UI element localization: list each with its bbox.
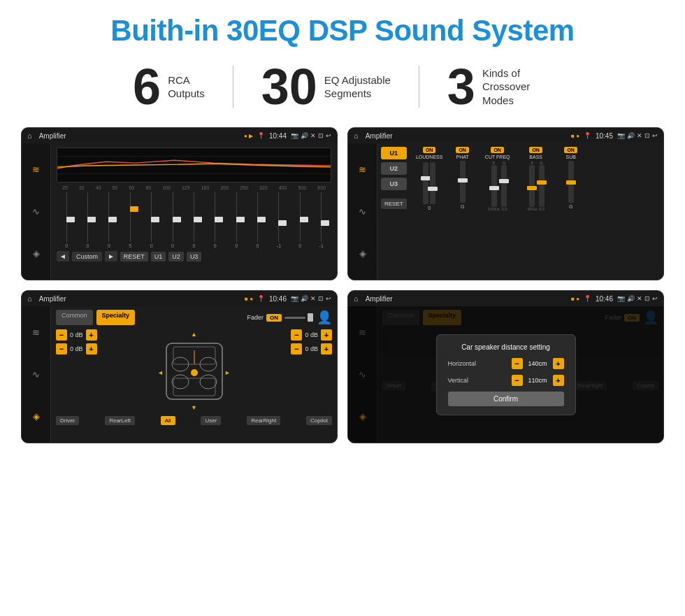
right-top-plus[interactable]: + — [321, 329, 332, 341]
loudness-on[interactable]: ON — [423, 147, 436, 153]
crossover-home-icon[interactable]: ⌂ — [354, 131, 359, 140]
bass-slider-f[interactable] — [529, 165, 535, 207]
horizontal-plus[interactable]: + — [553, 358, 564, 369]
vertical-label: Vertical — [448, 377, 469, 384]
speaker-back-icon[interactable]: ↩ — [326, 295, 331, 302]
common-btn[interactable]: Common — [56, 310, 93, 325]
eq-u3-btn[interactable]: U3 — [187, 252, 202, 262]
specialty-btn[interactable]: Specialty — [96, 310, 136, 325]
eq-slider-10[interactable]: 0 — [252, 192, 264, 248]
vertical-minus[interactable]: − — [512, 375, 523, 386]
crossover-back-icon[interactable]: ↩ — [652, 132, 658, 139]
left-top-plus[interactable]: + — [86, 329, 97, 341]
confirm-button[interactable]: Confirm — [448, 392, 564, 406]
dialog-dots: ■ ● — [571, 296, 579, 302]
horizontal-stepper: − 140cm + — [512, 358, 564, 369]
bass-slider-g[interactable] — [539, 165, 545, 207]
eq-u1-btn[interactable]: U1 — [151, 252, 166, 262]
home-icon[interactable]: ⌂ — [27, 131, 32, 140]
sp-eq-icon[interactable]: ≋ — [32, 327, 40, 338]
phat-slider[interactable] — [460, 161, 466, 203]
eq-status-dots: ● ▶ — [244, 133, 253, 139]
fader-on-badge[interactable]: ON — [266, 314, 282, 322]
crossover-screen: ⌂ Amplifier ■ ● 📍 10:45 📷 🔊 ✕ ⊡ ↩ ≋ ∿ ◈ — [347, 127, 664, 280]
left-bottom-minus[interactable]: − — [56, 343, 67, 354]
stat-rca: 6 RCAOutputs — [105, 62, 233, 112]
dialog-home-icon[interactable]: ⌂ — [354, 294, 359, 303]
vertical-plus[interactable]: + — [553, 375, 564, 386]
rear-right-btn[interactable]: RearRight — [247, 416, 280, 425]
cutfreq-slider-g[interactable] — [501, 165, 507, 207]
right-top-val: 0 dB — [305, 331, 318, 338]
cutfreq-slider-f[interactable] — [491, 165, 497, 207]
driver-btn[interactable]: Driver — [56, 416, 79, 425]
sp-speaker-icon[interactable]: ◈ — [33, 411, 40, 422]
right-bottom-minus[interactable]: − — [291, 343, 302, 354]
u2-btn[interactable]: U2 — [381, 162, 407, 175]
reset-btn[interactable]: RESET — [381, 199, 407, 209]
eq-slider-12[interactable]: 0 — [294, 192, 305, 248]
eq-reset-btn[interactable]: RESET — [120, 252, 148, 262]
left-bottom-plus[interactable]: + — [86, 343, 97, 354]
eq-slider-9[interactable]: 0 — [231, 192, 242, 248]
left-top-minus[interactable]: − — [56, 329, 67, 341]
dialog-back-icon[interactable]: ↩ — [652, 295, 658, 302]
loudness-slider-r[interactable] — [430, 162, 435, 204]
dialog-content: ≋ ∿ ◈ Common Specialty Fader ON 👤 — [348, 306, 663, 443]
fullscreen-icon[interactable]: ⊡ — [318, 132, 324, 139]
eq-next-btn[interactable]: ► — [105, 251, 117, 262]
eq-slider-5[interactable]: 0 — [146, 192, 157, 248]
speaker-fullscreen-icon[interactable]: ⊡ — [318, 295, 324, 302]
page-title: Buith-in 30EQ DSP Sound System — [21, 14, 664, 48]
eq-slider-3[interactable]: 0 — [103, 192, 115, 248]
sub-slider[interactable] — [568, 161, 574, 203]
eq-prev-btn[interactable]: ◄ — [57, 251, 69, 262]
eq-slider-7[interactable]: 0 — [188, 192, 199, 248]
back-icon[interactable]: ↩ — [326, 132, 331, 139]
eq-slider-8[interactable]: 0 — [210, 192, 221, 248]
speaker-home-icon[interactable]: ⌂ — [27, 294, 32, 303]
u3-btn[interactable]: U3 — [381, 178, 407, 190]
fader-slider[interactable] — [284, 313, 313, 322]
eq-slider-1[interactable]: 0 — [61, 192, 72, 248]
speaker-status-icons: 📷 🔊 ✕ ⊡ ↩ — [291, 295, 331, 302]
eq-slider-13[interactable]: -1 — [316, 192, 327, 248]
bass-on[interactable]: ON — [529, 147, 542, 153]
crossover-close-icon[interactable]: ✕ — [637, 132, 642, 139]
horizontal-minus[interactable]: − — [512, 358, 523, 369]
crossover-speaker-icon[interactable]: ◈ — [359, 248, 366, 259]
right-top-minus[interactable]: − — [291, 329, 302, 341]
crossover-fullscreen-icon[interactable]: ⊡ — [644, 132, 650, 139]
sp-wave-icon[interactable]: ∿ — [32, 369, 40, 380]
right-controls: − 0 dB + − 0 dB + — [291, 329, 332, 413]
rear-left-btn[interactable]: RearLeft — [105, 416, 135, 425]
cutfreq-on[interactable]: ON — [491, 147, 504, 153]
speaker-close-icon[interactable]: ✕ — [310, 295, 316, 302]
wave-icon[interactable]: ∿ — [32, 206, 40, 217]
copilot-btn[interactable]: Copilot — [306, 416, 332, 425]
dialog-close-icon[interactable]: ✕ — [637, 295, 642, 302]
eq-slider-2[interactable]: 0 — [82, 192, 94, 248]
eq-slider-11[interactable]: -1 — [273, 192, 284, 248]
phat-val: G — [461, 204, 464, 209]
stat-rca-number: 6 — [133, 62, 161, 112]
loudness-slider-l[interactable] — [423, 162, 428, 204]
phat-on[interactable]: ON — [456, 147, 469, 153]
user-btn[interactable]: User — [201, 416, 221, 425]
all-btn[interactable]: All — [161, 416, 175, 425]
eq-slider-4[interactable]: 5 — [124, 192, 136, 248]
eq-icon[interactable]: ≋ — [32, 164, 40, 175]
speaker-icon[interactable]: ◈ — [33, 248, 40, 259]
vertical-stepper: − 110cm + — [512, 375, 564, 386]
eq-slider-6[interactable]: 0 — [167, 192, 178, 248]
crossover-eq-icon[interactable]: ≋ — [359, 164, 366, 175]
crossover-wave-icon[interactable]: ∿ — [359, 206, 366, 217]
sub-on[interactable]: ON — [564, 147, 577, 153]
dialog-fullscreen-icon[interactable]: ⊡ — [644, 295, 650, 302]
distance-dialog: Car speaker distance setting Horizontal … — [436, 334, 576, 415]
person-icon[interactable]: 👤 — [317, 310, 332, 325]
eq-u2-btn[interactable]: U2 — [168, 252, 184, 262]
close-icon[interactable]: ✕ — [310, 132, 316, 139]
u1-btn[interactable]: U1 — [381, 147, 407, 159]
right-bottom-plus[interactable]: + — [321, 343, 332, 354]
